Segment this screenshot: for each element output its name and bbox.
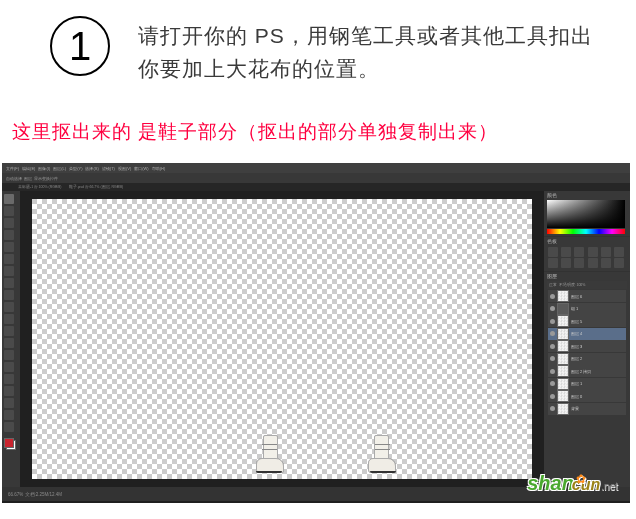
- type-tool-icon[interactable]: [4, 374, 14, 384]
- wand-tool-icon[interactable]: [4, 230, 14, 240]
- tab-doc-2[interactable]: 鞋子.psd @ 66.7% (图层, RGB/8): [69, 185, 123, 189]
- menu-window[interactable]: 窗口(W): [134, 166, 148, 171]
- layer-thumb: [557, 365, 569, 377]
- swatches-title: 色板: [547, 239, 627, 244]
- document-tabs: 未标题-1 @ 100% (RGB/8) 鞋子.psd @ 66.7% (图层,…: [2, 183, 630, 191]
- layer-options: 正常 不透明度: 100%: [547, 281, 627, 289]
- stamp-tool-icon[interactable]: [4, 290, 14, 300]
- status-text: 66.67% 文档:2.25M/12.4M: [8, 492, 62, 497]
- right-panels: 颜色 色板 图层 正常 不透明度: 100% 图层 6 组 1 图层 5 图层 …: [544, 191, 630, 487]
- layer-row[interactable]: 图层 4: [548, 328, 626, 340]
- layer-row[interactable]: 图层 2: [548, 353, 626, 365]
- layer-thumb: [557, 353, 569, 365]
- adj-icon[interactable]: [588, 258, 598, 268]
- layer-row[interactable]: 图层 0: [548, 390, 626, 402]
- hue-slider[interactable]: [547, 229, 625, 234]
- menu-select[interactable]: 选择(S): [85, 166, 98, 171]
- adj-icon[interactable]: [588, 247, 598, 257]
- layer-row[interactable]: 图层 3: [548, 340, 626, 352]
- shoe-right: [370, 435, 396, 473]
- color-panel: 颜色: [544, 191, 630, 236]
- menu-layer[interactable]: 图层(L): [53, 166, 66, 171]
- eyedropper-tool-icon[interactable]: [4, 254, 14, 264]
- layer-name: 图层 1: [571, 381, 582, 386]
- pen-tool-icon[interactable]: [4, 362, 14, 372]
- marquee-tool-icon[interactable]: [4, 206, 14, 216]
- layer-name: 图层 2 拷贝: [571, 369, 591, 374]
- visibility-icon[interactable]: [550, 356, 555, 361]
- brush-tool-icon[interactable]: [4, 278, 14, 288]
- layer-thumb: [557, 315, 569, 327]
- opacity-field[interactable]: 不透明度: 100%: [559, 283, 586, 287]
- shape-tool-icon[interactable]: [4, 398, 14, 408]
- layer-name: 图层 3: [571, 344, 582, 349]
- visibility-icon[interactable]: [550, 381, 555, 386]
- layer-row[interactable]: 图层 6: [548, 290, 626, 302]
- status-bar: 66.67% 文档:2.25M/12.4M: [2, 487, 630, 501]
- adjustments-grid: [547, 246, 627, 269]
- adj-icon[interactable]: [614, 258, 624, 268]
- layer-thumb: [557, 328, 569, 340]
- layer-name: 图层 6: [571, 294, 582, 299]
- heal-tool-icon[interactable]: [4, 266, 14, 276]
- canvas-area[interactable]: [20, 191, 544, 487]
- adj-icon[interactable]: [614, 247, 624, 257]
- adj-icon[interactable]: [601, 247, 611, 257]
- blend-mode[interactable]: 正常: [549, 283, 557, 287]
- lasso-tool-icon[interactable]: [4, 218, 14, 228]
- visibility-icon[interactable]: [550, 331, 555, 336]
- menu-filter[interactable]: 滤镜(T): [102, 166, 115, 171]
- layer-name: 图层 0: [571, 394, 582, 399]
- opt-layer[interactable]: 图层: [24, 176, 32, 181]
- zoom-tool-icon[interactable]: [4, 422, 14, 432]
- opt-autoselect[interactable]: 自动选择: [6, 176, 22, 181]
- layer-row[interactable]: 图层 5: [548, 315, 626, 327]
- menu-view[interactable]: 视图(V): [118, 166, 131, 171]
- eraser-tool-icon[interactable]: [4, 314, 14, 324]
- layer-thumb: [557, 403, 569, 415]
- visibility-icon[interactable]: [550, 406, 555, 411]
- layer-name: 组 1: [571, 306, 578, 311]
- blur-tool-icon[interactable]: [4, 338, 14, 348]
- move-tool-icon[interactable]: [4, 194, 14, 204]
- layers-list: 图层 6 组 1 图层 5 图层 4 图层 3 图层 2 图层 2 拷贝 图层 …: [547, 289, 627, 485]
- hand-tool-icon[interactable]: [4, 410, 14, 420]
- opt-transform[interactable]: 显示变换控件: [34, 176, 58, 181]
- crop-tool-icon[interactable]: [4, 242, 14, 252]
- layer-thumb: [557, 290, 569, 302]
- menu-image[interactable]: 图像(I): [38, 166, 50, 171]
- history-brush-tool-icon[interactable]: [4, 302, 14, 312]
- gradient-tool-icon[interactable]: [4, 326, 14, 336]
- visibility-icon[interactable]: [550, 306, 555, 311]
- adj-icon[interactable]: [574, 258, 584, 268]
- step-instruction: 请打开你的 PS，用钢笔工具或者其他工具扣出你要加上大花布的位置。: [138, 16, 596, 85]
- menu-help[interactable]: 帮助(H): [152, 166, 166, 171]
- fg-bg-color[interactable]: [4, 438, 16, 450]
- layer-row[interactable]: 图层 2 拷贝: [548, 365, 626, 377]
- path-tool-icon[interactable]: [4, 386, 14, 396]
- shoe-left: [256, 435, 282, 473]
- layer-row[interactable]: 背景: [548, 403, 626, 415]
- layer-row[interactable]: 组 1: [548, 303, 626, 315]
- tab-doc-1[interactable]: 未标题-1 @ 100% (RGB/8): [18, 185, 61, 189]
- menu-file[interactable]: 文件(F): [6, 166, 19, 171]
- menu-edit[interactable]: 编辑(E): [22, 166, 35, 171]
- color-picker[interactable]: [547, 200, 625, 228]
- visibility-icon[interactable]: [550, 319, 555, 324]
- layers-panel: 图层 正常 不透明度: 100% 图层 6 组 1 图层 5 图层 4 图层 3…: [544, 272, 630, 487]
- visibility-icon[interactable]: [550, 344, 555, 349]
- adj-icon[interactable]: [601, 258, 611, 268]
- menu-bar: 文件(F) 编辑(E) 图像(I) 图层(L) 类型(Y) 选择(S) 滤镜(T…: [2, 163, 630, 173]
- visibility-icon[interactable]: [550, 294, 555, 299]
- adj-icon[interactable]: [548, 247, 558, 257]
- menu-type[interactable]: 类型(Y): [69, 166, 82, 171]
- adj-icon[interactable]: [561, 258, 571, 268]
- adj-icon[interactable]: [574, 247, 584, 257]
- visibility-icon[interactable]: [550, 369, 555, 374]
- visibility-icon[interactable]: [550, 394, 555, 399]
- dodge-tool-icon[interactable]: [4, 350, 14, 360]
- layer-thumb: [557, 390, 569, 402]
- adj-icon[interactable]: [561, 247, 571, 257]
- adj-icon[interactable]: [548, 258, 558, 268]
- layer-row[interactable]: 图层 1: [548, 378, 626, 390]
